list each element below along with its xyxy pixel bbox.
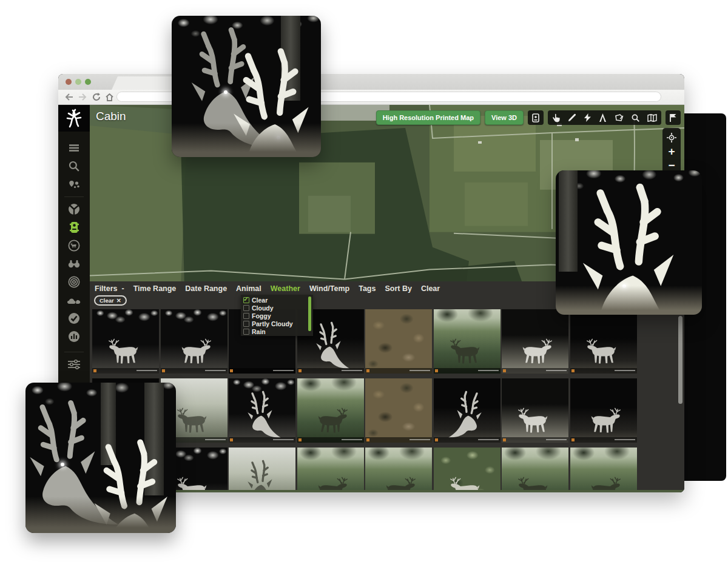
- filter-sort-by[interactable]: Sort By: [385, 284, 411, 293]
- checkbox-icon[interactable]: [243, 305, 249, 311]
- sidebar-item-search[interactable]: [58, 157, 90, 175]
- map-search-icon[interactable]: [632, 114, 639, 122]
- photo-thumbnail[interactable]: [502, 309, 568, 374]
- weather-option-cloudy[interactable]: Cloudy: [243, 304, 313, 312]
- browser-navbar: [58, 90, 684, 105]
- filter-date-range[interactable]: Date Range: [185, 284, 227, 293]
- deer-photo-subject: [243, 460, 281, 490]
- deer-photo-subject: [447, 476, 488, 490]
- photo-thumbnail[interactable]: [502, 378, 568, 443]
- photo-thumbnail[interactable]: [502, 448, 568, 490]
- option-label: Partly Cloudy: [252, 320, 293, 327]
- photo-thumbnail[interactable]: [365, 378, 432, 443]
- view-3d-button[interactable]: View 3D: [485, 110, 524, 125]
- refresh-button[interactable]: [92, 92, 101, 102]
- pencil-icon[interactable]: [568, 113, 576, 122]
- checkbox-icon[interactable]: [243, 321, 249, 327]
- back-arrow-icon: [65, 93, 73, 101]
- photo-thumbnail[interactable]: [434, 448, 500, 490]
- sidebar-item-tasks[interactable]: [58, 309, 90, 327]
- lightning-icon[interactable]: [584, 113, 591, 122]
- page-title: Cabin: [96, 110, 126, 123]
- zoom-in-button[interactable]: +: [662, 144, 681, 158]
- flag-tool[interactable]: [666, 110, 681, 125]
- deer-photo-subject: [312, 321, 349, 369]
- promo-photo-top-left: [172, 16, 321, 157]
- thumbnail-meta-bar: [570, 437, 637, 443]
- filter-tags[interactable]: Tags: [359, 284, 376, 293]
- sidebar-item-map-layers[interactable]: [58, 200, 90, 218]
- sidebar-item-waypoints[interactable]: [58, 175, 90, 193]
- weather-option-rain[interactable]: Rain: [243, 327, 313, 335]
- hand-pointer-icon[interactable]: [552, 113, 560, 122]
- sidebar-item-weather[interactable]: [58, 291, 90, 309]
- chip-close-icon[interactable]: ✕: [116, 297, 121, 304]
- sidebar-item-trail-camera[interactable]: [58, 218, 90, 236]
- checkbox-icon[interactable]: [243, 297, 249, 303]
- photo-thumbnail[interactable]: [92, 309, 159, 374]
- option-label: Cloudy: [252, 304, 274, 312]
- photo-thumbnail[interactable]: [365, 309, 432, 374]
- filter-clear[interactable]: Clear: [421, 284, 440, 293]
- photo-thumbnail[interactable]: [229, 378, 295, 443]
- deer-photo-subject: [243, 391, 281, 438]
- menu-icon: [69, 144, 79, 152]
- deer-photo-subject: [447, 338, 488, 369]
- zoom-window-button[interactable]: [85, 79, 91, 85]
- photo-thumbnail[interactable]: [570, 378, 637, 443]
- sidebar-item-stats[interactable]: [58, 327, 90, 346]
- sidebar-item-filters[interactable]: [58, 355, 90, 374]
- deer-scope-icon: [68, 240, 80, 252]
- deer-photo-subject: [174, 338, 215, 369]
- photo-thumbnail[interactable]: [434, 309, 500, 374]
- sidebar-item-binoculars[interactable]: [58, 255, 90, 273]
- trail-camera-tool[interactable]: [528, 110, 544, 125]
- checkbox-icon[interactable]: [243, 313, 249, 319]
- sidebar-item-menu[interactable]: [58, 139, 90, 157]
- forward-arrow-icon: [78, 93, 87, 101]
- photo-thumbnail[interactable]: [434, 378, 500, 443]
- thumbnail-meta-bar: [297, 437, 364, 443]
- photo-thumbnail[interactable]: [570, 448, 637, 490]
- photo-thumbnail[interactable]: [297, 448, 364, 490]
- dropdown-scrollbar[interactable]: [308, 297, 311, 331]
- deer-photo-subject: [378, 476, 419, 490]
- weather-option-partly-cloudy[interactable]: Partly Cloudy: [243, 320, 313, 327]
- weather-option-foggy[interactable]: Foggy: [243, 312, 313, 320]
- locate-button[interactable]: [662, 130, 681, 144]
- gallery-scrollbar[interactable]: [678, 316, 682, 404]
- photo-thumbnail[interactable]: [229, 448, 295, 490]
- map-book-icon[interactable]: [647, 114, 657, 122]
- photo-thumbnail[interactable]: [297, 378, 364, 443]
- browser-tab-strip: [58, 74, 684, 90]
- home-button[interactable]: [104, 92, 114, 102]
- minimize-window-button[interactable]: [75, 79, 81, 85]
- filter-animal[interactable]: Animal: [236, 284, 261, 293]
- trail-camera-icon: [70, 221, 79, 233]
- close-window-button[interactable]: [66, 79, 72, 85]
- clear-filter-chip[interactable]: Clear ✕: [94, 295, 127, 306]
- app-logo[interactable]: [58, 105, 90, 132]
- sidebar-item-deer-scope[interactable]: [58, 236, 90, 255]
- photo-thumbnail[interactable]: [161, 309, 228, 374]
- draw-polygon-icon[interactable]: [615, 113, 624, 122]
- compass-icon[interactable]: [599, 113, 607, 122]
- high-res-map-button[interactable]: High Resolution Printed Map: [376, 110, 480, 125]
- back-button[interactable]: [64, 92, 74, 102]
- promo-photo-right: [556, 170, 702, 315]
- trail-camera-icon: [532, 113, 539, 122]
- photo-thumbnail[interactable]: [365, 448, 432, 490]
- checkbox-icon[interactable]: [243, 329, 249, 335]
- filter-time-range[interactable]: Time Range: [133, 284, 177, 293]
- filter-weather[interactable]: Weather: [271, 284, 300, 293]
- sidebar-item-target[interactable]: [58, 273, 90, 291]
- filter-wind-temp[interactable]: Wind/Temp: [309, 284, 349, 293]
- check-circle-icon: [68, 312, 80, 324]
- deer-photo-subject: [310, 476, 351, 490]
- filters-separator: -: [122, 284, 124, 293]
- forward-button[interactable]: [78, 92, 87, 102]
- home-icon: [106, 93, 113, 101]
- photo-thumbnail[interactable]: [570, 309, 637, 374]
- weather-option-clear[interactable]: Clear: [243, 297, 313, 304]
- thumbnail-meta-bar: [161, 368, 228, 374]
